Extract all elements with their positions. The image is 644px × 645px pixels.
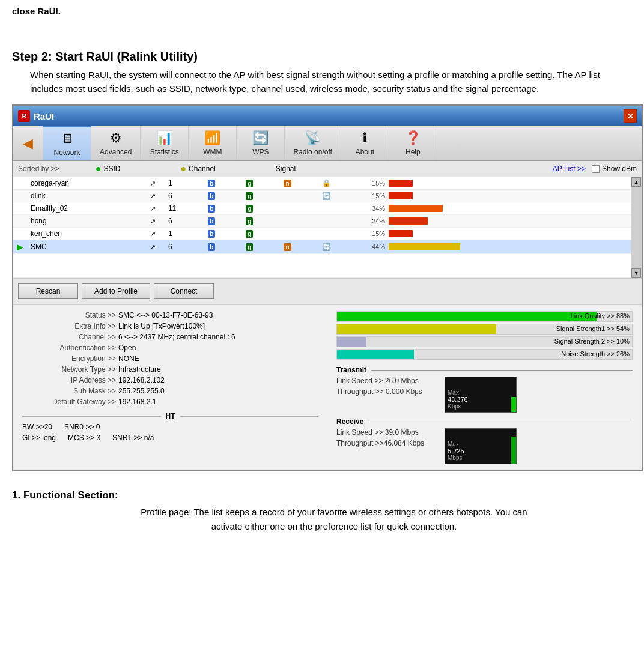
scroll-down-arrow[interactable]: ▼ bbox=[631, 268, 641, 278]
toolbar-network-button[interactable]: 🖥 Network bbox=[43, 126, 91, 160]
toolbar-wmm-label: WMM bbox=[203, 148, 222, 156]
status-label: Status >> bbox=[22, 311, 118, 319]
table-row[interactable]: Emailfly_02 ↗ 11 b g 34% bbox=[13, 202, 631, 215]
radio-icon: 📡 bbox=[305, 130, 321, 146]
table-row[interactable]: ken_chen ↗ 1 b g 15% bbox=[13, 228, 631, 240]
mask-label: Sub Mask >> bbox=[22, 387, 118, 395]
mode-b-icon: b bbox=[208, 230, 215, 238]
ht-row1: BW >>20 SNR0 >> 0 bbox=[22, 423, 318, 431]
signal-bar-container: 15% bbox=[364, 230, 460, 237]
table-row[interactable]: dlink ↗ 6 b g 🔄 15% bbox=[13, 190, 631, 202]
status-row-channel: Channel >> 6 <--> 2437 MHz; central chan… bbox=[22, 333, 318, 341]
wireless2-icon: 🔄 bbox=[322, 192, 331, 200]
link-quality-label: Link Quality >> 88% bbox=[571, 312, 630, 319]
signal-strength2-fill bbox=[337, 337, 366, 347]
snr1-value: SNR1 >> n/a bbox=[112, 434, 154, 442]
link-quality-meter: Link Quality >> 88% bbox=[336, 311, 633, 322]
show-dbm-checkbox[interactable] bbox=[592, 165, 600, 173]
mode-n-icon: n bbox=[284, 243, 291, 251]
auth-label: Authentication >> bbox=[22, 344, 118, 352]
raui-window: R RaUI ✕ ◀ 🖥 Network ⚙ Advanced 📊 Statis… bbox=[12, 104, 643, 471]
status-section: Status >> SMC <--> 00-13-F7-8E-63-93 Ext… bbox=[13, 304, 642, 470]
raui-close-button[interactable]: ✕ bbox=[624, 109, 637, 123]
signal-pct: 15% bbox=[364, 192, 385, 199]
step2-heading: Step 2: Start RaUI (Ralink Utility) bbox=[12, 50, 632, 64]
functional-desc-line1: Profile page: The list keeps a record of… bbox=[141, 507, 527, 517]
wireless-icon: ↗ bbox=[150, 180, 156, 187]
receive-label: Receive bbox=[336, 417, 363, 426]
ssid-label: SSID bbox=[103, 165, 120, 173]
back-icon: ◀ bbox=[23, 136, 33, 151]
toolbar-advanced-button[interactable]: ⚙ Advanced bbox=[91, 126, 141, 160]
rescan-button[interactable]: Rescan bbox=[18, 283, 78, 299]
ap-ssid: hong bbox=[27, 215, 147, 228]
toolbar-radio-label: Radio on/off bbox=[293, 148, 332, 156]
mode-b-icon: b bbox=[208, 192, 215, 200]
table-row[interactable]: ▶ SMC ↗ 6 b g n 🔄 44% bbox=[13, 240, 631, 254]
ap-list-link[interactable]: AP List >> bbox=[553, 165, 586, 173]
nettype-label: Network Type >> bbox=[22, 365, 118, 374]
receive-stats: Link Speed >> 39.0 Mbps Throughput >>46.… bbox=[336, 428, 439, 450]
ssid-dot: ● bbox=[96, 163, 102, 174]
table-row[interactable]: corega-ryan ↗ 1 b g n 🔒 15% bbox=[13, 177, 631, 190]
status-left: Status >> SMC <--> 00-13-F7-8E-63-93 Ext… bbox=[13, 305, 327, 470]
status-value: SMC <--> 00-13-F7-8E-63-93 bbox=[118, 311, 213, 319]
status-row-ip: IP Address >> 192.168.2.102 bbox=[22, 376, 318, 384]
signal-bar-container: 15% bbox=[364, 192, 460, 199]
ap-ssid: SMC bbox=[27, 240, 147, 254]
toolbar-radio-button[interactable]: 📡 Radio on/off bbox=[285, 126, 341, 160]
table-row[interactable]: hong ↗ 6 b g 24% bbox=[13, 215, 631, 228]
signal-strength1-fill bbox=[337, 324, 496, 334]
toolbar-back-button[interactable]: ◀ bbox=[13, 126, 43, 160]
wps-icon: 🔄 bbox=[252, 130, 269, 146]
extrainfo-value: Link is Up [TxPower:100%] bbox=[118, 322, 205, 330]
toolbar-wmm-button[interactable]: 📶 WMM bbox=[189, 126, 237, 160]
add-to-profile-button[interactable]: Add to Profile bbox=[82, 283, 150, 299]
rx-throughput: Throughput >>46.084 Kbps bbox=[336, 439, 439, 447]
channel-value: 6 <--> 2437 MHz; central channel : 6 bbox=[118, 333, 235, 341]
status-row-auth: Authentication >> Open bbox=[22, 344, 318, 352]
gi-value: GI >> long bbox=[22, 434, 56, 442]
rx-link-speed-row: Link Speed >> 39.0 Mbps bbox=[336, 428, 439, 437]
toolbar-help-label: Help bbox=[406, 148, 421, 156]
signal-pct: 15% bbox=[364, 180, 385, 187]
mask-value: 255.255.255.0 bbox=[118, 387, 165, 395]
extrainfo-label: Extra Info >> bbox=[22, 322, 118, 330]
mode-b-icon: b bbox=[208, 205, 215, 213]
enc-value: NONE bbox=[118, 354, 139, 363]
connect-button[interactable]: Connect bbox=[154, 283, 214, 299]
transmit-content: Link Speed >> 26.0 Mbps Throughput >> 0.… bbox=[336, 377, 633, 413]
signal-label: Signal bbox=[276, 165, 296, 173]
ap-footer: Rescan Add to Profile Connect bbox=[13, 278, 642, 304]
wireless-icon: ↗ bbox=[150, 230, 156, 237]
toolbar-about-button[interactable]: ℹ About bbox=[341, 126, 389, 160]
transmit-label: Transmit bbox=[336, 366, 366, 374]
signal-strength1-meter: Signal Strength1 >> 54% bbox=[336, 324, 633, 335]
ip-label: IP Address >> bbox=[22, 376, 118, 384]
tx-graph-value: 43.376 bbox=[448, 396, 468, 403]
mode-g-icon: g bbox=[246, 243, 253, 251]
ap-ssid: Emailfly_02 bbox=[27, 202, 147, 215]
rx-graph-unit: Mbps bbox=[448, 455, 462, 461]
receive-line bbox=[368, 422, 633, 422]
mode-n-icon: n bbox=[284, 180, 291, 187]
toolbar-statistics-button[interactable]: 📊 Statistics bbox=[141, 126, 189, 160]
mcs-value: MCS >> 3 bbox=[68, 434, 100, 442]
mode-g-icon: g bbox=[246, 217, 253, 225]
signal-bar bbox=[389, 192, 413, 199]
signal-strength2-meter: Signal Strength 2 >> 10% bbox=[336, 336, 633, 347]
ht-row2: GI >> long MCS >> 3 SNR1 >> n/a bbox=[22, 434, 318, 442]
statistics-icon: 📊 bbox=[156, 130, 172, 146]
status-row-nettype: Network Type >> Infrastructure bbox=[22, 365, 318, 374]
wireless-icon: ↗ bbox=[150, 243, 156, 250]
toolbar-wps-button[interactable]: 🔄 WPS bbox=[237, 126, 285, 160]
toolbar-help-button[interactable]: ❓ Help bbox=[389, 126, 437, 160]
noise-strength-meter: Noise Strength >> 26% bbox=[336, 349, 633, 360]
functional-desc-line2: activate either one on the preference li… bbox=[211, 521, 457, 531]
ap-list-scrollbar[interactable]: ▲ ▼ bbox=[631, 177, 642, 278]
scroll-up-arrow[interactable]: ▲ bbox=[631, 177, 641, 187]
raui-title-left: R RaUI bbox=[18, 110, 54, 122]
ap-channel: 1 bbox=[165, 228, 204, 240]
noise-strength-label: Noise Strength >> 26% bbox=[561, 350, 630, 357]
wireless-icon: ↗ bbox=[150, 192, 156, 199]
